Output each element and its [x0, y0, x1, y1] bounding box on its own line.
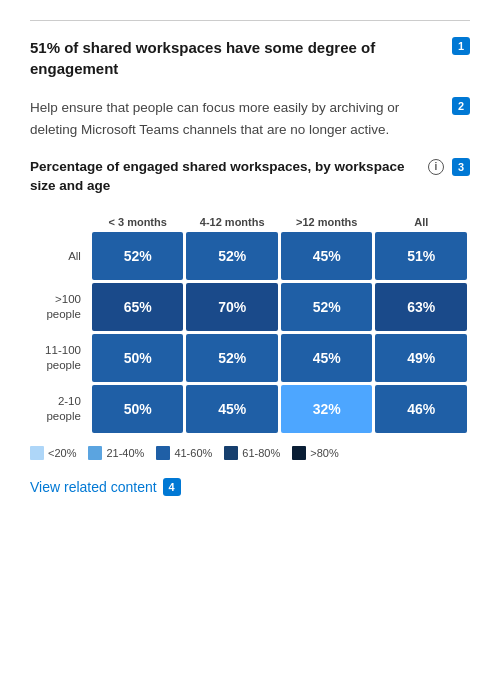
- legend-color-box: [156, 446, 170, 460]
- chart-cell: 63%: [375, 283, 467, 331]
- row-label: 2-10people: [33, 385, 89, 433]
- chart-section: 3 Percentage of engaged shared workspace…: [30, 158, 470, 460]
- legend-item: >80%: [292, 446, 338, 460]
- legend-item: 21-40%: [88, 446, 144, 460]
- legend-color-box: [30, 446, 44, 460]
- legend-color-box: [292, 446, 306, 460]
- badge-1: 1: [452, 37, 470, 55]
- col-header: 4-12 months: [186, 209, 278, 229]
- description-text: Help ensure that people can focus more e…: [30, 97, 470, 140]
- col-header: All: [375, 209, 467, 229]
- col-header: < 3 months: [92, 209, 184, 229]
- row-label: >100people: [33, 283, 89, 331]
- chart-cell: 65%: [92, 283, 184, 331]
- legend-item: 61-80%: [224, 446, 280, 460]
- headline-text: 51% of shared workspaces have some degre…: [30, 37, 470, 79]
- legend-item: <20%: [30, 446, 76, 460]
- table-row: >100people65%70%52%63%: [33, 283, 467, 331]
- badge-3: 3: [452, 158, 470, 176]
- view-related-link[interactable]: View related content: [30, 479, 157, 495]
- row-label: 11-100people: [33, 334, 89, 382]
- legend-label: 61-80%: [242, 447, 280, 459]
- legend-label: 41-60%: [174, 447, 212, 459]
- legend-color-box: [224, 446, 238, 460]
- headline-section: 1 51% of shared workspaces have some deg…: [30, 37, 470, 79]
- legend-color-box: [88, 446, 102, 460]
- table-row: 2-10people50%45%32%46%: [33, 385, 467, 433]
- chart-cell: 52%: [92, 232, 184, 280]
- chart-cell: 46%: [375, 385, 467, 433]
- chart-title-text: Percentage of engaged shared workspaces,…: [30, 158, 422, 196]
- chart-cell: 52%: [281, 283, 373, 331]
- table-row: All52%52%45%51%: [33, 232, 467, 280]
- chart-cell: 52%: [186, 232, 278, 280]
- chart-cell: 32%: [281, 385, 373, 433]
- chart-cell: 52%: [186, 334, 278, 382]
- chart-cell: 50%: [92, 334, 184, 382]
- row-label: All: [33, 232, 89, 280]
- badge-2: 2: [452, 97, 470, 115]
- chart-legend: <20%21-40%41-60%61-80%>80%: [30, 446, 470, 460]
- chart-cell: 45%: [186, 385, 278, 433]
- legend-item: 41-60%: [156, 446, 212, 460]
- legend-label: <20%: [48, 447, 76, 459]
- chart-cell: 51%: [375, 232, 467, 280]
- table-row: 11-100people50%52%45%49%: [33, 334, 467, 382]
- bottom-section: View related content 4: [30, 478, 470, 496]
- description-section: 2 Help ensure that people can focus more…: [30, 97, 470, 140]
- chart-cell: 45%: [281, 232, 373, 280]
- col-header: >12 months: [281, 209, 373, 229]
- chart-cell: 50%: [92, 385, 184, 433]
- chart-title: Percentage of engaged shared workspaces,…: [30, 158, 470, 196]
- legend-label: 21-40%: [106, 447, 144, 459]
- chart-table: < 3 months4-12 months>12 monthsAllAll52%…: [30, 206, 470, 436]
- legend-label: >80%: [310, 447, 338, 459]
- info-icon[interactable]: i: [428, 159, 444, 175]
- badge-4: 4: [163, 478, 181, 496]
- chart-cell: 45%: [281, 334, 373, 382]
- top-divider: [30, 20, 470, 21]
- chart-cell: 70%: [186, 283, 278, 331]
- chart-cell: 49%: [375, 334, 467, 382]
